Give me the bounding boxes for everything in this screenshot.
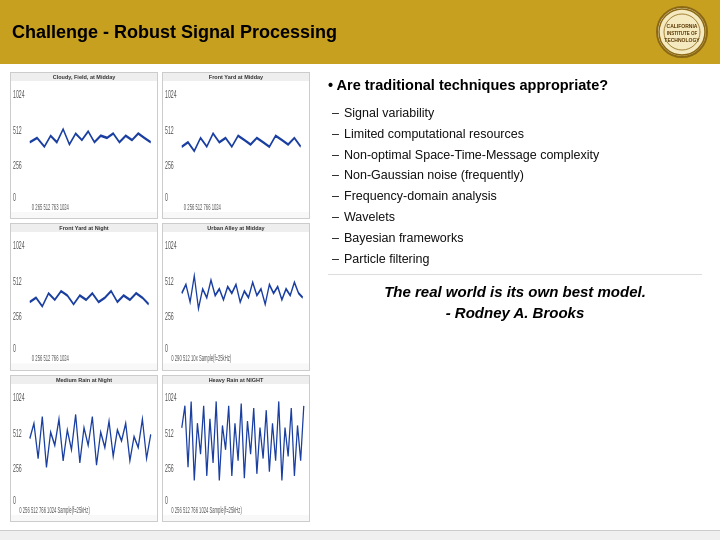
svg-text:0: 0 — [13, 191, 16, 204]
svg-rect-5 — [11, 81, 157, 212]
svg-text:0  256  512  766  1024 Sample(: 0 256 512 766 1024 Sample(f=25kHz) — [171, 505, 241, 515]
svg-text:0: 0 — [13, 494, 16, 507]
svg-text:1024: 1024 — [165, 240, 177, 253]
plot-6-title: Heavy Rain at NIGHT — [163, 376, 309, 384]
plot-3-title: Front Yard at Night — [11, 224, 157, 232]
svg-text:0: 0 — [165, 342, 168, 355]
svg-text:256: 256 — [165, 158, 174, 171]
main-content: Cloudy, Field, at Midday 1024 512 256 0 … — [0, 64, 720, 530]
techniques-list: Signal variabilityLimited computational … — [328, 103, 702, 270]
plot-1-title: Cloudy, Field, at Midday — [11, 73, 157, 81]
svg-text:512: 512 — [13, 426, 22, 439]
plot-6: Heavy Rain at NIGHT 1024 512 256 0 0 256… — [162, 375, 310, 522]
svg-text:256: 256 — [165, 310, 174, 323]
svg-text:1024: 1024 — [13, 391, 25, 404]
svg-text:1024: 1024 — [13, 240, 25, 253]
svg-rect-29 — [11, 384, 157, 515]
svg-text:0: 0 — [165, 191, 168, 204]
svg-text:CALIFORNIA: CALIFORNIA — [667, 23, 698, 29]
svg-text:0   256   512   766   1024: 0 256 512 766 1024 — [32, 354, 69, 363]
bullet-item-4: Frequency-domain analysis — [332, 186, 702, 207]
bullet-header: • Are traditional techniques appropriate… — [328, 76, 702, 95]
slide-header: Challenge - Robust Signal Processing CAL… — [0, 0, 720, 64]
svg-text:1024: 1024 — [13, 88, 25, 101]
bullet-item-6: Bayesian frameworks — [332, 228, 702, 249]
bullet-header-text: Are traditional techniques appropriate? — [337, 77, 609, 93]
bullet-item-3: Non-Gaussian noise (frequently) — [332, 165, 702, 186]
svg-text:0: 0 — [165, 494, 168, 507]
svg-text:TECHNOLOGY: TECHNOLOGY — [664, 37, 700, 43]
slide-title: Challenge - Robust Signal Processing — [12, 22, 337, 43]
svg-text:0   256   512   766   1024: 0 256 512 766 1024 — [184, 202, 221, 211]
plot-4: Urban Alley at Midday 1024 512 256 0 0 2… — [162, 223, 310, 370]
svg-rect-23 — [163, 232, 309, 363]
quote-line2: - Rodney A. Brooks — [328, 302, 702, 323]
svg-text:256: 256 — [13, 461, 22, 474]
plot-5: Medium Rain at Night 1024 512 256 0 0 25… — [10, 375, 158, 522]
bullet-item-5: Wavelets — [332, 207, 702, 228]
svg-text:256: 256 — [13, 158, 22, 171]
svg-text:0  290  512  10x  Sample(f=25k: 0 290 512 10x Sample(f=25kHz) — [171, 354, 231, 364]
svg-text:512: 512 — [13, 123, 22, 136]
plot-3: Front Yard at Night 1024 512 256 0 0 256… — [10, 223, 158, 370]
slide-footer: Jan 13, 2005 14 — [0, 530, 720, 540]
plot-1: Cloudy, Field, at Midday 1024 512 256 0 … — [10, 72, 158, 219]
right-panel: • Are traditional techniques appropriate… — [320, 72, 710, 522]
bullet-item-7: Particle filtering — [332, 249, 702, 270]
bullet-icon: • — [328, 77, 333, 93]
svg-text:INSTITUTE OF: INSTITUTE OF — [667, 31, 698, 36]
bullet-item-0: Signal variability — [332, 103, 702, 124]
svg-text:0: 0 — [13, 342, 16, 355]
svg-text:512: 512 — [13, 275, 22, 288]
bullet-item-1: Limited computational resources — [332, 124, 702, 145]
svg-text:1024: 1024 — [165, 391, 177, 404]
quote-section: The real world is its own best model. - … — [328, 274, 702, 325]
bullet-item-2: Non-optimal Space-Time-Message complexit… — [332, 145, 702, 166]
svg-text:256: 256 — [13, 310, 22, 323]
quote-line1: The real world is its own best model. — [328, 281, 702, 302]
caltech-logo: CALIFORNIA INSTITUTE OF TECHNOLOGY — [656, 6, 708, 58]
plot-4-title: Urban Alley at Midday — [163, 224, 309, 232]
svg-rect-11 — [163, 81, 309, 212]
plot-2-title: Front Yard at Midday — [163, 73, 309, 81]
svg-text:0   265  512  763  1024: 0 265 512 763 1024 — [32, 202, 69, 211]
svg-text:512: 512 — [165, 426, 174, 439]
signal-plots-panel: Cloudy, Field, at Midday 1024 512 256 0 … — [10, 72, 310, 522]
svg-text:512: 512 — [165, 275, 174, 288]
plot-5-title: Medium Rain at Night — [11, 376, 157, 384]
svg-text:512: 512 — [165, 123, 174, 136]
svg-text:1024: 1024 — [165, 88, 177, 101]
svg-text:0  256  512  766  1024 Sample(: 0 256 512 766 1024 Sample(f=25kHz) — [19, 505, 89, 515]
svg-text:256: 256 — [165, 461, 174, 474]
plot-2: Front Yard at Midday 1024 512 256 0 0 25… — [162, 72, 310, 219]
